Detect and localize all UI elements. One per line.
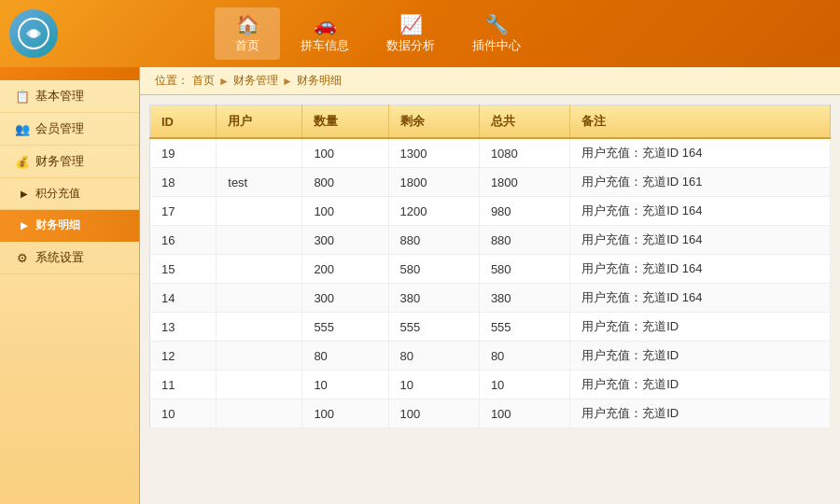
cell-2-0: 17 xyxy=(150,197,217,226)
cell-4-0: 15 xyxy=(150,255,217,284)
cell-7-4: 80 xyxy=(479,342,569,371)
cell-7-5: 用户充值：充道ID xyxy=(570,342,831,371)
nav-tab-plugin_center[interactable]: 🔧插件中心 xyxy=(455,7,538,60)
cell-5-1 xyxy=(217,284,302,313)
table-row[interactable]: 13555555555用户充值：充道ID xyxy=(150,313,831,342)
sidebar-label: 系统设置 xyxy=(35,249,84,266)
cell-1-2: 800 xyxy=(302,168,388,197)
cell-9-3: 100 xyxy=(388,399,479,428)
col-用户: 用户 xyxy=(217,105,302,139)
cell-1-1: test xyxy=(217,168,302,197)
breadcrumb-sep: ► xyxy=(282,75,293,88)
finance_mgmt-icon: 💰 xyxy=(15,154,30,169)
cell-5-4: 380 xyxy=(479,284,569,313)
arrow-icon: ▶ xyxy=(21,189,28,199)
table-row[interactable]: 171001200980用户充值：充道ID 164 xyxy=(150,197,831,226)
cell-2-3: 1200 xyxy=(388,197,479,226)
cell-2-5: 用户充值：充道ID 164 xyxy=(570,197,831,226)
home-icon: 🏠 xyxy=(236,13,259,35)
breadcrumb-item-2[interactable]: 财务管理 xyxy=(233,73,278,89)
system_settings-icon: ⚙ xyxy=(15,250,30,265)
cell-9-4: 100 xyxy=(479,399,569,428)
table-row[interactable]: 12808080用户充值：充道ID xyxy=(150,342,831,371)
cell-6-5: 用户充值：充道ID xyxy=(570,313,831,342)
cell-7-2: 80 xyxy=(302,342,388,371)
table-row[interactable]: 11101010用户充值：充道ID xyxy=(150,371,831,399)
sidebar-item-finance_mgmt[interactable]: 💰财务管理 xyxy=(0,146,139,178)
table-row[interactable]: 14300380380用户充值：充道ID 164 xyxy=(150,284,831,313)
col-总共: 总共 xyxy=(479,105,569,139)
cell-3-3: 880 xyxy=(388,226,479,255)
cell-6-4: 555 xyxy=(479,313,569,342)
cell-9-0: 10 xyxy=(150,399,217,428)
cell-1-0: 18 xyxy=(150,168,217,197)
sidebar: 📋基本管理👥会员管理💰财务管理▶积分充值▶财务明细⚙系统设置 xyxy=(0,67,140,504)
cell-2-4: 980 xyxy=(479,197,569,226)
nav-tabs: 🏠首页🚗拼车信息📈数据分析🔧插件中心 xyxy=(215,7,538,60)
cell-8-4: 10 xyxy=(479,371,569,399)
arrow-icon: ▶ xyxy=(21,220,28,231)
cell-9-1 xyxy=(217,399,302,428)
cell-0-3: 1300 xyxy=(388,138,479,168)
sidebar-label: 财务管理 xyxy=(35,153,84,170)
cell-0-2: 100 xyxy=(302,138,388,168)
table-row[interactable]: 10100100100用户充值：充道ID xyxy=(150,399,831,428)
cell-5-0: 14 xyxy=(150,284,217,313)
sidebar-item-system_settings[interactable]: ⚙系统设置 xyxy=(0,242,139,274)
cell-8-0: 11 xyxy=(150,371,217,399)
sidebar-item-finance_detail[interactable]: ▶财务明细 xyxy=(0,210,139,242)
cell-0-1 xyxy=(217,138,302,168)
cell-0-5: 用户充值：充道ID 164 xyxy=(570,138,831,168)
breadcrumb: 位置：首页►财务管理►财务明细 xyxy=(140,67,840,95)
nav-tab-data_analysis[interactable]: 📈数据分析 xyxy=(370,7,452,60)
cell-7-1 xyxy=(217,342,302,371)
breadcrumb-item-3[interactable]: 财务明细 xyxy=(297,73,342,89)
cell-9-2: 100 xyxy=(302,399,388,428)
cell-6-3: 555 xyxy=(388,313,479,342)
cell-0-0: 19 xyxy=(150,138,217,168)
table-row[interactable]: 16300880880用户充值：充道ID 164 xyxy=(150,226,831,255)
sidebar-label: 财务明细 xyxy=(35,217,80,233)
body-area: 📋基本管理👥会员管理💰财务管理▶积分充值▶财务明细⚙系统设置 位置：首页►财务管… xyxy=(0,67,840,504)
logo-icon xyxy=(9,9,58,58)
table-row[interactable]: 1910013001080用户充值：充道ID 164 xyxy=(150,138,831,168)
home-label: 首页 xyxy=(235,37,259,54)
cell-4-4: 580 xyxy=(479,255,569,284)
plugin_center-icon: 🔧 xyxy=(485,13,509,35)
cell-7-3: 80 xyxy=(388,342,479,371)
sidebar-platform-label xyxy=(0,67,139,80)
breadcrumb-sep: ► xyxy=(218,75,230,88)
cell-5-5: 用户充值：充道ID 164 xyxy=(570,284,831,313)
cell-3-1 xyxy=(217,226,302,255)
header: 🏠首页🚗拼车信息📈数据分析🔧插件中心 xyxy=(0,0,840,67)
data_analysis-icon: 📈 xyxy=(399,13,423,35)
cell-4-3: 580 xyxy=(388,255,479,284)
sidebar-item-points_recharge[interactable]: ▶积分充值 xyxy=(0,178,139,210)
sidebar-item-member_mgmt[interactable]: 👥会员管理 xyxy=(0,113,139,146)
cell-7-0: 12 xyxy=(150,342,217,371)
nav-tab-home[interactable]: 🏠首页 xyxy=(215,7,280,60)
sidebar-label: 积分充值 xyxy=(35,186,80,202)
member_mgmt-icon: 👥 xyxy=(15,121,30,136)
carpool_info-icon: 🚗 xyxy=(314,13,337,35)
main-content: 位置：首页►财务管理►财务明细 ID用户数量剩余总共备注 19100130010… xyxy=(140,67,840,504)
sidebar-item-basic_mgmt[interactable]: 📋基本管理 xyxy=(0,80,139,113)
cell-8-5: 用户充值：充道ID xyxy=(570,371,831,399)
cell-1-5: 用户充值：充道ID 161 xyxy=(570,168,831,197)
logo-area xyxy=(9,9,196,58)
table-row[interactable]: 15200580580用户充值：充道ID 164 xyxy=(150,255,831,284)
nav-tab-carpool_info[interactable]: 🚗拼车信息 xyxy=(284,7,366,60)
cell-6-0: 13 xyxy=(150,313,217,342)
cell-4-5: 用户充值：充道ID 164 xyxy=(570,255,831,284)
table-area[interactable]: ID用户数量剩余总共备注 1910013001080用户充值：充道ID 1641… xyxy=(140,95,840,504)
table-body: 1910013001080用户充值：充道ID 16418test80018001… xyxy=(150,138,831,428)
cell-3-2: 300 xyxy=(302,226,388,255)
breadcrumb-item-1[interactable]: 首页 xyxy=(192,73,215,89)
col-ID: ID xyxy=(150,105,217,139)
cell-6-2: 555 xyxy=(302,313,388,342)
cell-2-2: 100 xyxy=(302,197,388,226)
finance-table: ID用户数量剩余总共备注 1910013001080用户充值：充道ID 1641… xyxy=(149,105,831,428)
table-row[interactable]: 18test80018001800用户充值：充道ID 161 xyxy=(150,168,831,197)
col-备注: 备注 xyxy=(570,105,831,139)
cell-5-3: 380 xyxy=(388,284,479,313)
